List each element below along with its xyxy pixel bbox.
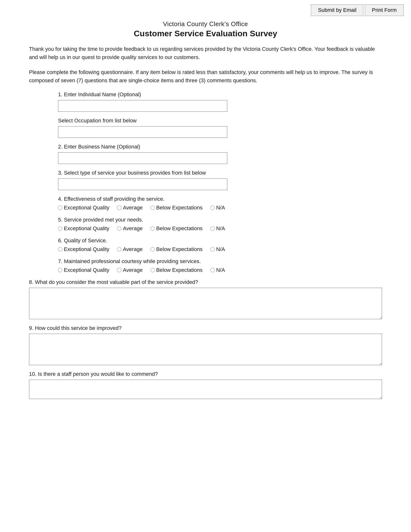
q7-below[interactable]: Below Expectations (150, 267, 203, 273)
q10-textarea[interactable] (29, 380, 382, 399)
q10-block: 10. Is there a staff person you would li… (29, 371, 382, 399)
q6-below[interactable]: Below Expectations (150, 246, 203, 252)
q6-radio-group: Exceptional Quality Average Below Expect… (58, 246, 382, 252)
intro-paragraph-1: Thank you for taking the time to provide… (29, 45, 382, 61)
q7-label: 7. Maintained professional courtesy whil… (58, 258, 382, 265)
page-subtitle: Victoria County Clerk's Office (29, 20, 382, 28)
q1-block: 1. Enter Individual Name (Optional) (58, 91, 382, 112)
q5-exceptional-label: Exceptional Quality (64, 225, 109, 232)
q7-exceptional-label: Exceptional Quality (64, 267, 109, 273)
q2-label: 2. Enter Business Name (Optional) (58, 144, 382, 150)
q7-exceptional-radio[interactable] (58, 268, 62, 272)
q5-na[interactable]: N/A (210, 225, 225, 232)
survey-form: 1. Enter Individual Name (Optional) Sele… (29, 91, 382, 399)
q6-exceptional-label: Exceptional Quality (64, 246, 109, 252)
q6-na[interactable]: N/A (210, 246, 225, 252)
q7-exceptional[interactable]: Exceptional Quality (58, 267, 109, 273)
q8-label: 8. What do you consider the most valuabl… (29, 279, 382, 285)
q4-na-label: N/A (216, 205, 225, 211)
q5-na-label: N/A (216, 225, 225, 232)
occupation-block: Select Occupation from list below (58, 117, 382, 138)
q7-na[interactable]: N/A (210, 267, 225, 273)
q9-block: 9. How could this service be improved? (29, 325, 382, 365)
q6-label: 6. Quality of Service. (58, 238, 382, 244)
q4-below-radio[interactable] (150, 206, 155, 210)
q8-textarea[interactable] (29, 288, 382, 319)
q5-below-label: Below Expectations (156, 225, 203, 232)
q6-exceptional-radio[interactable] (58, 247, 62, 251)
q1-label: 1. Enter Individual Name (Optional) (58, 91, 382, 98)
occupation-label: Select Occupation from list below (58, 117, 382, 124)
q6-below-radio[interactable] (150, 247, 155, 251)
q9-textarea[interactable] (29, 334, 382, 365)
q5-below-radio[interactable] (150, 226, 155, 231)
q4-average-radio[interactable] (117, 206, 121, 210)
q4-na[interactable]: N/A (210, 205, 225, 211)
q7-na-label: N/A (216, 267, 225, 273)
q4-na-radio[interactable] (210, 206, 215, 210)
q4-label: 4. Effectiveness of staff providing the … (58, 196, 382, 202)
q4-below-label: Below Expectations (156, 205, 203, 211)
q10-label: 10. Is there a staff person you would li… (29, 371, 382, 377)
q7-below-radio[interactable] (150, 268, 155, 272)
q5-label: 5. Service provided met your needs. (58, 217, 382, 223)
q5-average-radio[interactable] (117, 226, 121, 231)
q1-input[interactable] (58, 100, 227, 112)
q5-radio-group: Exceptional Quality Average Below Expect… (58, 225, 382, 232)
q6-average[interactable]: Average (117, 246, 143, 252)
q7-na-radio[interactable] (210, 268, 215, 272)
q4-radio-group: Exceptional Quality Average Below Expect… (58, 205, 382, 211)
q6-block: 6. Quality of Service. Exceptional Quali… (58, 238, 382, 252)
q4-exceptional-radio[interactable] (58, 206, 62, 210)
submit-email-button[interactable]: Submit by Email (311, 4, 363, 16)
q4-exceptional-label: Exceptional Quality (64, 205, 109, 211)
page-title: Customer Service Evaluation Survey (29, 29, 382, 38)
q5-exceptional[interactable]: Exceptional Quality (58, 225, 109, 232)
q6-exceptional[interactable]: Exceptional Quality (58, 246, 109, 252)
occupation-select[interactable] (58, 126, 227, 138)
main-content: Victoria County Clerk's Office Customer … (0, 20, 411, 418)
q7-block: 7. Maintained professional courtesy whil… (58, 258, 382, 273)
q7-radio-group: Exceptional Quality Average Below Expect… (58, 267, 382, 273)
q6-below-label: Below Expectations (156, 246, 203, 252)
q4-exceptional[interactable]: Exceptional Quality (58, 205, 109, 211)
q3-label: 3. Select type of service your business … (58, 170, 382, 176)
q5-exceptional-radio[interactable] (58, 226, 62, 231)
q4-average[interactable]: Average (117, 205, 143, 211)
q8-block: 8. What do you consider the most valuabl… (29, 279, 382, 319)
q2-input[interactable] (58, 152, 227, 164)
q5-block: 5. Service provided met your needs. Exce… (58, 217, 382, 232)
top-bar: Submit by Email Print Form (0, 0, 411, 20)
intro-paragraph-2: Please complete the following questionna… (29, 68, 382, 85)
q5-average-label: Average (123, 225, 143, 232)
q7-below-label: Below Expectations (156, 267, 203, 273)
q3-block: 3. Select type of service your business … (58, 170, 382, 190)
q5-below[interactable]: Below Expectations (150, 225, 203, 232)
q3-select[interactable] (58, 179, 227, 190)
q5-na-radio[interactable] (210, 226, 215, 231)
q5-average[interactable]: Average (117, 225, 143, 232)
q7-average-radio[interactable] (117, 268, 121, 272)
print-form-button[interactable]: Print Form (365, 4, 404, 16)
q7-average[interactable]: Average (117, 267, 143, 273)
q9-label: 9. How could this service be improved? (29, 325, 382, 331)
q4-below[interactable]: Below Expectations (150, 205, 203, 211)
q6-average-label: Average (123, 246, 143, 252)
q4-block: 4. Effectiveness of staff providing the … (58, 196, 382, 211)
q6-na-radio[interactable] (210, 247, 215, 251)
q6-na-label: N/A (216, 246, 225, 252)
q2-block: 2. Enter Business Name (Optional) (58, 144, 382, 164)
indented-section: 1. Enter Individual Name (Optional) Sele… (29, 91, 382, 273)
q7-average-label: Average (123, 267, 143, 273)
q6-average-radio[interactable] (117, 247, 121, 251)
q4-average-label: Average (123, 205, 143, 211)
